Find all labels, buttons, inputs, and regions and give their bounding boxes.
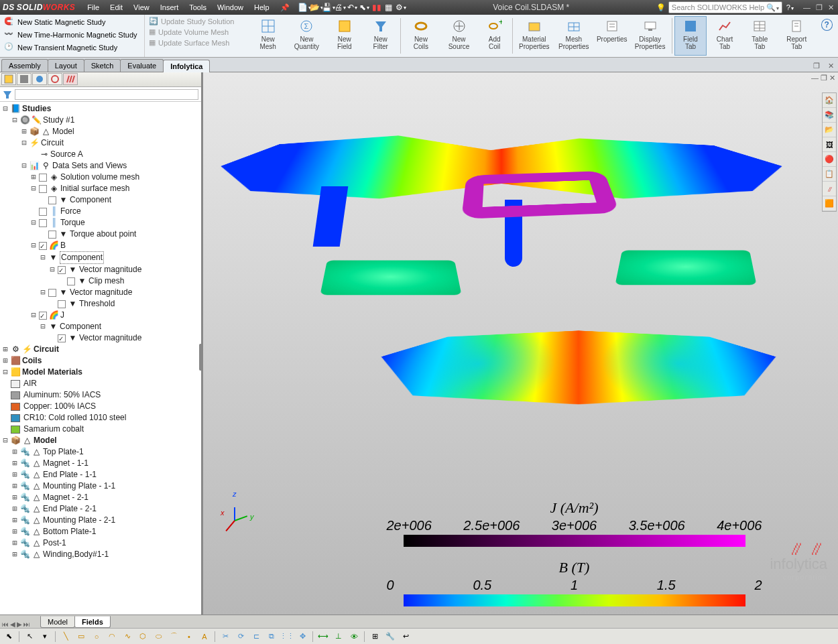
config-tab[interactable]: [32, 73, 47, 85]
restore-icon[interactable]: ❐: [815, 3, 824, 12]
text-icon[interactable]: A: [198, 631, 211, 643]
settings-icon[interactable]: ⚙▾: [396, 2, 406, 13]
open-icon[interactable]: 📂▾: [311, 2, 322, 13]
tab-sketch[interactable]: Sketch: [84, 59, 121, 72]
trim-icon[interactable]: ✂: [219, 631, 232, 643]
display-icon[interactable]: 👁: [347, 631, 361, 643]
line-icon[interactable]: ╲: [59, 631, 72, 643]
options-icon[interactable]: ▦: [383, 2, 394, 13]
minimize-icon[interactable]: —: [802, 3, 812, 12]
new-source-button[interactable]: New Source: [440, 16, 479, 56]
view-triad[interactable]: z y x: [223, 494, 257, 527]
update-volume-mesh[interactable]: ▦Update Volume Mesh: [147, 27, 245, 37]
vp-max-icon[interactable]: ❐: [821, 74, 827, 82]
vp-min-icon[interactable]: —: [811, 74, 819, 82]
tab-infolytica[interactable]: Infolytica: [163, 60, 210, 72]
pattern-icon[interactable]: ⋮⋮: [280, 631, 294, 643]
chart-tab-button[interactable]: Chart Tab: [707, 16, 741, 56]
new-transient-study[interactable]: 🕑New Transient Magnetic Study: [3, 42, 141, 54]
appearances-icon[interactable]: 🔴: [823, 152, 836, 167]
help-dropdown-icon[interactable]: ?▾: [786, 3, 794, 11]
bottom-tab-fields[interactable]: Fields: [74, 616, 111, 628]
cursor-icon[interactable]: ↖: [23, 631, 36, 643]
menu-file[interactable]: File: [82, 1, 105, 14]
new-filter-button[interactable]: New Filter: [363, 16, 398, 56]
tab-next-icon[interactable]: ▶: [17, 621, 22, 628]
report-tab-button[interactable]: Report Tab: [778, 16, 816, 56]
new-field-button[interactable]: New Field: [326, 16, 362, 56]
tab-first-icon[interactable]: ⏮: [2, 621, 9, 628]
save-icon[interactable]: 💾▾: [323, 2, 334, 13]
help-bulb-icon[interactable]: 💡: [656, 3, 666, 12]
select-icon[interactable]: ⬉: [2, 631, 15, 643]
panel-restore-icon[interactable]: ❐: [809, 60, 824, 72]
fillet-icon[interactable]: ⌒: [167, 631, 180, 643]
help-search[interactable]: Search SOLIDWORKS Help 🔍▾: [668, 1, 782, 13]
panel-close-icon[interactable]: ✕: [824, 60, 838, 72]
filter-input[interactable]: [15, 89, 198, 100]
polygon-icon[interactable]: ⬡: [136, 631, 149, 643]
new-static-study[interactable]: 🧲New Static Magnetic Study: [3, 16, 141, 28]
search-go-icon[interactable]: 🔍▾: [766, 3, 779, 12]
select-icon[interactable]: ⬉▾: [359, 2, 370, 13]
arrow-down-icon[interactable]: ▾: [38, 631, 52, 643]
material-props-button[interactable]: Material Properties: [515, 16, 554, 56]
relation-icon[interactable]: ⊥: [332, 631, 345, 643]
ellipse-icon[interactable]: ⬭: [152, 631, 165, 643]
corner-rect-icon[interactable]: ▭: [74, 631, 88, 643]
study-tree[interactable]: ⊟📘Studies ⊟🔘✏️Study #1 ⊞📦△Model ⊟⚡Circui…: [0, 102, 201, 615]
vp-close-icon[interactable]: ✕: [829, 74, 835, 82]
menu-view[interactable]: View: [128, 1, 155, 14]
update-solution[interactable]: 🔄Update Study Solution: [147, 16, 245, 26]
field-tab-button[interactable]: Field Tab: [674, 16, 707, 56]
explorer-icon[interactable]: 📂: [823, 123, 836, 137]
table-tab-button[interactable]: Table Tab: [743, 16, 777, 56]
update-surface-mesh[interactable]: ▦Update Surface Mesh: [147, 38, 245, 48]
new-harmonic-study[interactable]: 〰️New Time-Harmonic Magnetic Study: [3, 29, 141, 41]
help-icon[interactable]: ?: [821, 19, 833, 31]
property-tab[interactable]: [17, 73, 32, 85]
move-icon[interactable]: ✥: [296, 631, 309, 643]
tab-prev-icon[interactable]: ◀: [10, 621, 15, 628]
tab-layout[interactable]: Layout: [48, 59, 84, 72]
menu-tools[interactable]: Tools: [184, 1, 212, 14]
infolytica-pane-icon[interactable]: ⫽: [823, 182, 836, 196]
print-icon[interactable]: 🖨▾: [335, 2, 346, 13]
new-quantity-button[interactable]: ΣNew Quantity: [287, 16, 326, 56]
new-icon[interactable]: 📄▾: [299, 2, 310, 13]
home-icon[interactable]: 🏠: [823, 93, 836, 108]
bottom-tab-model[interactable]: Model: [40, 616, 75, 628]
mesh-props-button[interactable]: Mesh Properties: [554, 16, 593, 56]
arc-icon[interactable]: ◠: [105, 631, 119, 643]
menu-window[interactable]: Window: [212, 1, 249, 14]
new-coils-button[interactable]: New Coils: [403, 16, 438, 56]
feature-tree-tab[interactable]: [1, 73, 16, 85]
quick-snap-icon[interactable]: ⊞: [368, 631, 381, 643]
point-icon[interactable]: •: [182, 631, 196, 643]
new-mesh-button[interactable]: New Mesh: [249, 16, 286, 56]
display-props-button[interactable]: Display Properties: [631, 16, 670, 56]
graphics-viewport[interactable]: — ❐ ✕ 🏠 📚 📂 🖼 🔴 📋 ⫽ 🟧 z: [203, 72, 838, 615]
offset-icon[interactable]: ⊏: [249, 631, 263, 643]
library-icon[interactable]: 📚: [823, 108, 836, 123]
menu-insert[interactable]: Insert: [155, 1, 184, 14]
undo-icon[interactable]: ↶▾: [347, 2, 358, 13]
mirror-icon[interactable]: ⧉: [265, 631, 278, 643]
add-coil-button[interactable]: +Add Coil: [479, 16, 510, 56]
rebuild-icon[interactable]: ▮▮: [371, 2, 382, 13]
custom-props-icon[interactable]: 📋: [823, 167, 836, 182]
tab-assembly[interactable]: Assembly: [1, 59, 48, 72]
sketch-exit-icon[interactable]: ↩: [399, 631, 412, 643]
properties-button[interactable]: Properties: [594, 16, 630, 56]
spline-icon[interactable]: ∿: [121, 631, 134, 643]
infolytica-tab[interactable]: [63, 73, 78, 85]
close-icon[interactable]: ✕: [827, 3, 835, 12]
forum-icon[interactable]: 🟧: [823, 196, 836, 211]
dim-icon[interactable]: ⟷: [316, 631, 330, 643]
menu-edit[interactable]: Edit: [105, 1, 128, 14]
circle-icon[interactable]: ○: [90, 631, 103, 643]
tab-last-icon[interactable]: ⏭: [23, 621, 30, 628]
menu-pin-icon[interactable]: 📌: [275, 1, 295, 14]
tab-evaluate[interactable]: Evaluate: [120, 59, 164, 72]
convert-icon[interactable]: ⟳: [234, 631, 247, 643]
